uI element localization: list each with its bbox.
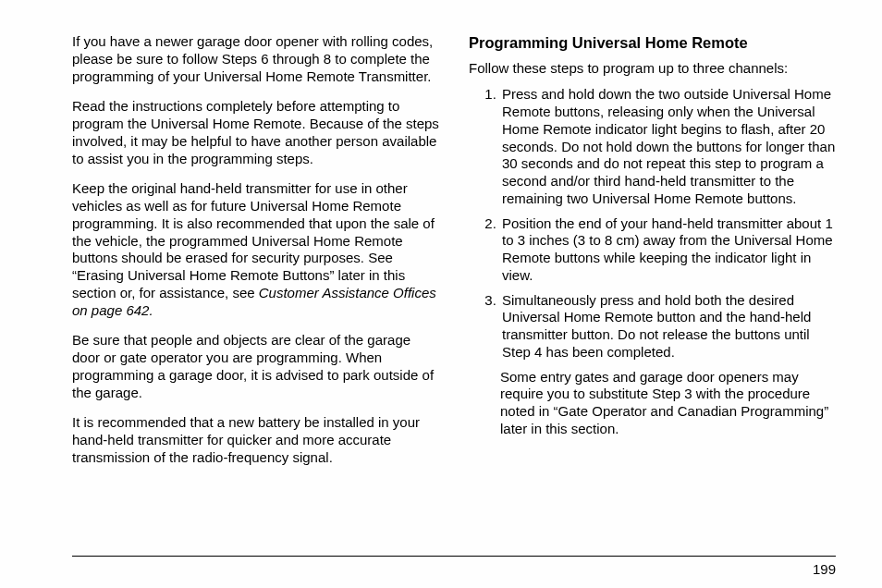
- paragraph: Read the instructions completely before …: [72, 98, 439, 167]
- paragraph: Be sure that people and objects are clea…: [72, 332, 439, 401]
- paragraph: It is recommended that a new battery be …: [72, 414, 439, 466]
- step-item: Position the end of your hand-held trans…: [500, 215, 836, 285]
- intro-text: Follow these steps to program up to thre…: [469, 60, 836, 78]
- section-heading: Programming Universal Home Remote: [469, 33, 836, 53]
- steps-list: Press and hold down the two outside Univ…: [472, 86, 836, 361]
- footer-divider: [72, 556, 836, 557]
- page-number: 199: [813, 561, 836, 577]
- left-column: If you have a newer garage door opener w…: [72, 33, 445, 480]
- sub-paragraph: Some entry gates and garage door openers…: [500, 369, 836, 438]
- step-item: Press and hold down the two outside Univ…: [500, 86, 836, 207]
- document-page: If you have a newer garage door opener w…: [0, 0, 882, 498]
- right-column: Programming Universal Home Remote Follow…: [463, 33, 836, 480]
- step-item: Simultaneously press and hold both the d…: [500, 292, 836, 361]
- paragraph: If you have a newer garage door opener w…: [72, 33, 439, 85]
- paragraph: Keep the original hand-held transmitter …: [72, 180, 439, 319]
- paragraph-text: Keep the original hand-held transmitter …: [72, 180, 435, 300]
